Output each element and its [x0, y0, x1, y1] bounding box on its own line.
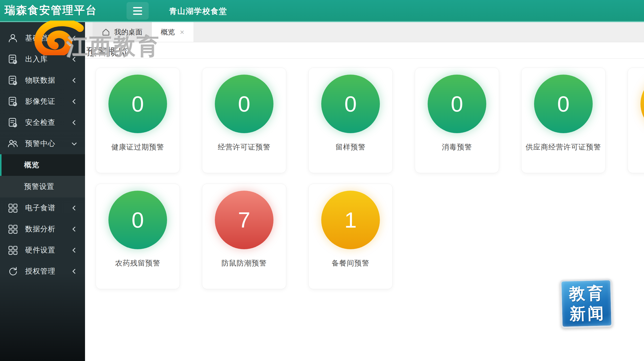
- sidebar-item-label: 电子食谱: [25, 203, 71, 213]
- warning-card[interactable]: 0 消毒预警: [415, 68, 499, 173]
- submenu-item-warning-settings[interactable]: 预警设置: [0, 176, 85, 197]
- chevron-left-icon: [71, 119, 77, 126]
- warning-count-circle: 7: [215, 191, 273, 249]
- chevron-left-icon: [71, 56, 77, 63]
- warning-card-label: 备餐间预警: [332, 258, 370, 268]
- warning-card[interactable]: 0 供应商经营许可证预警: [521, 68, 606, 173]
- hamburger-icon: [133, 7, 142, 8]
- chevron-left-icon: [71, 226, 77, 232]
- grid-icon: [8, 245, 18, 255]
- submenu-item-label: 概览: [24, 160, 39, 170]
- tab-label: 概览: [161, 27, 175, 37]
- chevron-left-icon: [71, 35, 77, 41]
- sidebar-item-label: 数据分析: [25, 224, 71, 234]
- warning-count: 0: [344, 91, 357, 117]
- document-icon: [8, 75, 18, 86]
- chevron-left-icon: [71, 205, 77, 211]
- sidebar-item-label: 安全检查: [25, 118, 71, 128]
- tab-label: 我的桌面: [114, 27, 142, 37]
- sidebar-item-label: 预警中心: [25, 139, 71, 149]
- warning-count: 0: [238, 91, 250, 117]
- warning-card-label: 经营许可证预警: [218, 142, 271, 152]
- warning-count-circle: 0: [534, 75, 593, 133]
- sidebar-item-inventory[interactable]: 出入库: [0, 49, 85, 70]
- warning-card[interactable]: 7 防鼠防潮预警: [202, 184, 286, 289]
- warning-center-submenu: 概览 预警设置: [0, 154, 85, 197]
- sidebar-item-e-menu[interactable]: 电子食谱: [0, 197, 85, 219]
- warning-count-circle: 0: [108, 191, 167, 249]
- document-icon: [8, 117, 18, 128]
- sidebar-item-warning-center[interactable]: 预警中心: [0, 133, 85, 154]
- hamburger-icon: [133, 14, 142, 15]
- warning-count-circle: 0: [321, 75, 380, 133]
- warning-card-label: 消毒预警: [442, 142, 472, 152]
- warning-count-circle: 0: [108, 75, 167, 133]
- home-icon: [102, 28, 110, 36]
- sidebar-item-label: 影像凭证: [25, 96, 71, 107]
- warning-count: 7: [238, 207, 250, 233]
- sidebar-item-label: 授权管理: [25, 266, 71, 276]
- sidebar-item-label: 基础档案: [25, 33, 71, 43]
- page-title-bar: 预警概览: [85, 42, 644, 59]
- sidebar: 基础档案 出入库 物联数据: [0, 22, 85, 361]
- sidebar-item-hardware-settings[interactable]: 硬件设置: [0, 240, 85, 261]
- grid-icon: [8, 203, 18, 213]
- submenu-item-overview[interactable]: 概览: [0, 154, 85, 176]
- sidebar-menu: 基础档案 出入库 物联数据: [0, 22, 85, 282]
- warning-card-label: 农药残留预警: [115, 258, 160, 268]
- warning-card[interactable]: [628, 68, 644, 173]
- hamburger-icon: [133, 10, 142, 12]
- warning-card[interactable]: 1 备餐间预警: [308, 184, 393, 289]
- warning-card-label: 留样预警: [336, 142, 366, 152]
- warning-count-circle: [640, 75, 644, 133]
- sidebar-item-iot-data[interactable]: 物联数据: [0, 70, 85, 91]
- warning-card[interactable]: 0 留样预警: [308, 68, 393, 173]
- warning-count: 0: [132, 207, 144, 233]
- sidebar-item-image-vouchers[interactable]: 影像凭证: [0, 91, 85, 112]
- document-icon: [8, 96, 18, 107]
- warning-count-circle: 0: [428, 75, 486, 133]
- sidebar-item-label: 出入库: [25, 54, 71, 64]
- top-header: 瑞森食安管理平台 青山湖学校食堂: [0, 0, 644, 22]
- chevron-left-icon: [71, 247, 77, 253]
- sidebar-item-basic-archives[interactable]: 基础档案: [0, 28, 85, 49]
- canteen-name: 青山湖学校食堂: [169, 6, 227, 17]
- sidebar-item-label: 物联数据: [25, 75, 71, 85]
- sidebar-item-data-analysis[interactable]: 数据分析: [0, 219, 85, 240]
- tab-overview[interactable]: 概览 ×: [152, 22, 193, 42]
- warning-count: 0: [132, 91, 144, 117]
- warning-count-circle: 1: [321, 191, 380, 249]
- chevron-left-icon: [71, 98, 77, 105]
- chevron-left-icon: [71, 77, 77, 84]
- document-icon: [8, 54, 18, 65]
- sidebar-item-label: 硬件设置: [25, 245, 71, 255]
- warning-card[interactable]: 0 农药残留预警: [96, 184, 180, 289]
- warning-card-label: 供应商经营许可证预警: [526, 142, 601, 152]
- tab-my-desktop[interactable]: 我的桌面: [93, 22, 152, 42]
- page-title: 预警概览: [87, 45, 129, 59]
- warning-count: 1: [344, 207, 357, 233]
- users-icon: [8, 138, 18, 149]
- warning-card[interactable]: 0 健康证过期预警: [96, 68, 180, 173]
- warning-card[interactable]: 0 经营许可证预警: [202, 68, 286, 173]
- chevron-down-icon: [71, 140, 77, 147]
- warning-cards: 0 健康证过期预警 0 经营许可证预警 0 留样预警 0 消毒预警 0 供应商经…: [85, 59, 644, 289]
- tab-bar: 我的桌面 概览 ×: [85, 22, 644, 42]
- sync-icon: [8, 266, 18, 277]
- warning-count-circle: 0: [215, 75, 273, 133]
- main-content: 我的桌面 概览 × 预警概览 0 健康证过期预警 0 经营许可证预警 0 留样预…: [85, 22, 644, 361]
- sidebar-toggle-button[interactable]: [127, 2, 149, 20]
- app-title: 瑞森食安管理平台: [5, 3, 97, 18]
- chevron-left-icon: [71, 268, 77, 275]
- close-icon[interactable]: ×: [180, 28, 184, 36]
- grid-icon: [8, 224, 18, 234]
- warning-card-label: 防鼠防潮预警: [222, 258, 267, 268]
- submenu-item-label: 预警设置: [24, 182, 54, 192]
- warning-count: 0: [557, 91, 570, 117]
- user-icon: [8, 33, 18, 43]
- sidebar-item-authorization[interactable]: 授权管理: [0, 261, 85, 282]
- sidebar-item-safety-check[interactable]: 安全检查: [0, 112, 85, 133]
- warning-count: 0: [451, 91, 463, 117]
- warning-card-label: 健康证过期预警: [111, 142, 164, 152]
